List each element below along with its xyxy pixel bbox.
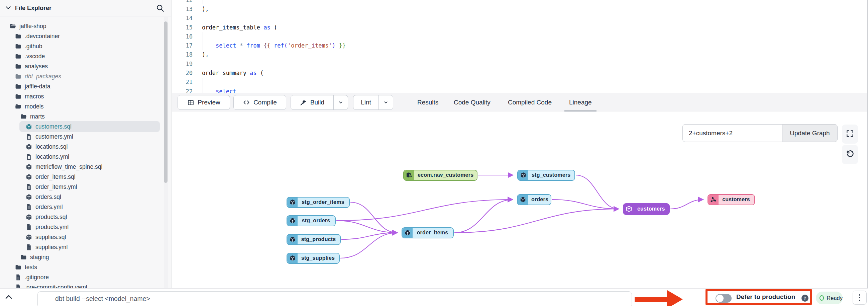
tree-item-locations-yml[interactable]: locations.yml — [0, 152, 171, 162]
lineage-node-orders[interactable]: orders — [517, 194, 551, 205]
tree-item--vscode[interactable]: .vscode — [0, 51, 171, 61]
file-icon — [25, 133, 32, 140]
tab-compiled-code[interactable]: Compiled Code — [508, 93, 552, 111]
code-line-21[interactable]: 21 — [172, 78, 868, 87]
code-line-20[interactable]: 20order_summary as ( — [172, 68, 868, 77]
tree-item--pre-commit-config-yaml[interactable]: .pre-commit-config.yaml — [0, 282, 171, 288]
lineage-canvas[interactable]: ecom.raw_customersstg_customersstg_order… — [172, 111, 868, 288]
tree-item-supplies-sql[interactable]: supplies.sql — [0, 232, 171, 242]
tree-item-customers-sql[interactable]: customers.sql — [0, 121, 171, 132]
tree-item-label: jaffle-data — [25, 83, 51, 90]
tree-item-orders-yml[interactable]: orders.yml — [0, 202, 171, 212]
tree-item-customers-yml[interactable]: customers.yml — [0, 132, 171, 142]
code-line-12[interactable]: 12 — [172, 0, 868, 4]
tree-item--devcontainer[interactable]: .devcontainer — [0, 31, 171, 41]
tree-item-orders-sql[interactable]: orders.sql — [0, 192, 171, 202]
file-explorer-header: File Explorer — [0, 0, 171, 17]
folder-icon — [15, 53, 22, 60]
tree-item-metricflow-time-spine-sql[interactable]: metricflow_time_spine.sql — [0, 162, 171, 172]
code-editor[interactable]: 1213),1415order_items_table as (1617 sel… — [172, 0, 868, 93]
lineage-node-order-items[interactable]: order_items — [402, 227, 454, 239]
chevron-down-icon[interactable] — [5, 4, 12, 12]
lineage-node-stg-order-items[interactable]: stg_order_items — [286, 197, 350, 208]
lineage-node-stg-products[interactable]: stg_products — [286, 234, 341, 245]
tree-item-label: orders.sql — [35, 194, 61, 200]
rotate-ccw-icon — [846, 149, 855, 160]
tree-item-models[interactable]: models — [0, 102, 171, 111]
code-line-13[interactable]: 13), — [172, 4, 868, 13]
lineage-node-customers-exposure[interactable]: customers — [708, 194, 755, 205]
tree-item-label: .devcontainer — [25, 33, 60, 40]
tree-item-jaffle-data[interactable]: jaffle-data — [0, 81, 171, 91]
cube-dark-icon — [287, 235, 298, 244]
tree-item-order-items-yml[interactable]: order_items.yml — [0, 182, 171, 192]
code-line-14[interactable]: 14 — [172, 14, 868, 23]
tree-item-label: .vscode — [25, 53, 45, 60]
code-line-19[interactable]: 19 — [172, 59, 868, 68]
lineage-node-label: stg_customers — [528, 170, 575, 180]
lineage-selector-input[interactable] — [682, 124, 782, 142]
line-number: 16 — [172, 33, 193, 40]
indent-guide — [203, 87, 203, 93]
update-graph-button[interactable]: Update Graph — [782, 124, 838, 142]
code-text: ), — [202, 6, 209, 12]
tree-item-products-yml[interactable]: products.yml — [0, 222, 171, 232]
status-bar: Defer to production ? Ready — [0, 288, 868, 306]
lineage-node-stg-customers[interactable]: stg_customers — [517, 170, 575, 181]
tab-results[interactable]: Results — [417, 93, 438, 111]
line-number: 17 — [172, 42, 193, 49]
tree-item-label: order_items.yml — [35, 184, 77, 191]
tree-item-order-items-sql[interactable]: order_items.sql — [0, 172, 171, 182]
lineage-node-label: stg_orders — [298, 216, 335, 226]
command-input[interactable] — [37, 291, 632, 306]
tree-item-label: products.sql — [35, 214, 67, 221]
folder-icon — [15, 73, 22, 80]
reset-view-button[interactable] — [842, 145, 858, 164]
file-icon — [25, 224, 32, 231]
tree-item-staging[interactable]: staging — [0, 252, 171, 262]
tree-item-analyses[interactable]: analyses — [0, 61, 171, 71]
tab-code-quality[interactable]: Code Quality — [454, 93, 491, 111]
code-line-22[interactable]: 22 select — [172, 87, 868, 93]
kebab-menu-button[interactable] — [852, 290, 867, 305]
tree-item-jaffle-shop[interactable]: jaffle-shop — [0, 21, 171, 31]
lineage-node-stg-supplies[interactable]: stg_supplies — [286, 253, 340, 264]
file-icon — [15, 284, 22, 288]
lineage-node-label: order_items — [412, 228, 453, 238]
code-line-15[interactable]: 15order_items_table as ( — [172, 23, 868, 32]
code-line-17[interactable]: 17 select * from {{ ref('order_items') }… — [172, 41, 868, 50]
code-line-16[interactable]: 16 — [172, 32, 868, 41]
help-icon[interactable]: ? — [802, 295, 808, 302]
sidebar-scrollbar-thumb[interactable] — [164, 22, 167, 183]
lineage-node-ecom-raw-customers[interactable]: ecom.raw_customers — [403, 170, 477, 181]
lineage-node-stg-orders[interactable]: stg_orders — [286, 215, 336, 226]
tree-item-dbt-packages[interactable]: dbt_packages — [0, 71, 171, 81]
folder-icon — [15, 83, 22, 90]
line-number: 12 — [172, 0, 193, 3]
tree-item-label: models — [25, 103, 43, 110]
tab-lineage[interactable]: Lineage — [569, 93, 592, 111]
file-icon — [25, 244, 32, 251]
code-text: order_items_table as ( — [202, 24, 277, 31]
indent-guide — [203, 41, 203, 50]
tree-item--gitignore[interactable]: .gitignore — [0, 272, 171, 282]
file-tree: jaffle-shop.devcontainer.github.vscodean… — [0, 17, 171, 288]
tree-item-tests[interactable]: tests — [0, 262, 171, 272]
fullscreen-button[interactable] — [842, 124, 858, 144]
model-icon — [25, 234, 32, 241]
tree-item-macros[interactable]: macros — [0, 91, 171, 102]
chevron-up-icon[interactable] — [5, 294, 13, 300]
tree-item-supplies-yml[interactable]: supplies.yml — [0, 242, 171, 252]
tree-item-locations-sql[interactable]: locations.sql — [0, 142, 171, 152]
search-icon[interactable] — [156, 4, 164, 12]
tree-item-marts[interactable]: marts — [0, 111, 171, 121]
tree-item-label: supplies.yml — [35, 244, 67, 251]
folder-icon — [15, 63, 22, 70]
lineage-node-customers[interactable]: customers — [623, 203, 670, 215]
tree-item-products-sql[interactable]: products.sql — [0, 212, 171, 222]
code-line-18[interactable]: 18), — [172, 50, 868, 59]
tree-item--github[interactable]: .github — [0, 41, 171, 51]
tree-item-label: .github — [25, 43, 42, 50]
defer-to-production-toggle[interactable] — [716, 294, 732, 303]
indent-guide — [203, 78, 203, 87]
